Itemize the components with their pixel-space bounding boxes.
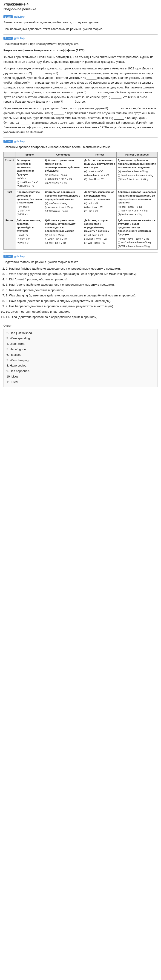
future-perf-title: Действие, которое завершится к определён… [84,219,115,233]
cell-present-perfect: Действие в прошлом с видимым результатом… [83,158,117,189]
future-perfcont-title: Действие, которое начнётся в будущем и б… [118,219,156,236]
tense-table: Simple Continuous Perfect Perfect Contin… [3,152,158,250]
step-2-description: Прочитаем текст и при необходимости пере… [3,42,158,46]
present-perfcont-plus: (+) have/has + been + V-ing [118,170,156,173]
page-container: Упражнение 4 Подробное решение 1 шаг gdz… [0,0,161,392]
step-1-badge: 1 шаг [3,15,13,18]
paragraph-2: История повествует о четырёх друзьях, ко… [3,66,158,104]
list-item: 5. Hadn't gone (действие завершилось к о… [6,282,158,287]
list-item: 7. Was changing (длительное действие, пр… [6,293,158,298]
past-perf-plus: (+) had + V3 [84,202,115,205]
list-item: 6. Realised (простое действие в прошлом)… [6,288,158,293]
list-item: 8. Have copied (действие в прошлом с вид… [6,299,158,303]
cell-past-label: Past [4,189,15,218]
cell-future-perfect: Действие, которое завершится к определён… [83,218,117,250]
step-2: 2 шаг gdz.top Прочитаем текст и при необ… [3,37,158,135]
list-item: 4. Didn't want (простое действие в прошл… [6,277,158,282]
list-item: 9. Has happened (действие в прошлом с ви… [6,304,158,309]
present-cont-minus: (-) am/is/are + not + V-ing [45,177,82,180]
past-perfcont-minus: (-) had + not + been + V-ing [118,209,156,212]
final-answer-9: 10. Lives. [6,374,155,379]
col-time [4,152,15,158]
future-cont-title: Действие в развитии в будущем, которое б… [45,219,82,233]
past-perfcont-q: (?) Had + been + V-ing [118,213,156,216]
final-answer-2: 3. Were spending. [6,336,155,341]
cell-future-simple: Действие, которое, вероятно, произойдёт … [15,218,44,250]
present-simple-title: Регулярное действие в настоящем, расписа… [16,159,42,176]
step-4: 4 шаг gdz.top Подставим глаголы из рамки… [3,255,158,319]
present-cont-q: (?) Am/Is/Are + V-ing [45,181,82,185]
cell-past-perfect: Действие, завершённое к определённому мо… [83,189,117,218]
step-3-badge: 3 шаг [3,140,13,143]
watermark-2: gdz.top [14,37,25,40]
step-1-task: Нам необходимо дополнить текст глаголами… [3,27,158,32]
future-cont-minus: (-) won't + be + V-ing [45,237,82,241]
section-subtitle: Подробное решение [3,7,158,11]
step-3: 3 шаг gdz.top Вспомним правило построени… [3,140,158,250]
present-simple-minus: (-) don't/doesn't + V [16,181,42,184]
cell-present-label: Present [4,158,15,189]
present-perf-title: Действие в прошлом с видимым результатом… [84,159,115,169]
cell-past-perfect-continuous: Действие, которое началось в прошлом и п… [117,189,158,218]
final-answer-7: 8. Have copied. [6,363,155,368]
past-cont-q: (?) Was/Were + V-ing [45,209,82,213]
present-perf-minus: (-) have/has + not + V3 [84,173,115,177]
future-cont-q: (?) Will + be + V-ing [45,241,82,245]
cell-future-perfect-continuous: Действие, которое начнётся в будущем и б… [117,218,158,250]
past-perfcont-plus: (+) had + been + V-ing [118,205,156,209]
present-cont-plus: (+) am/is/are + V-ing [45,173,82,177]
past-perf-q: (?) Had + V3 [84,209,115,213]
list-item: 3. Were spending (длительное действие, п… [6,272,158,276]
future-simple-plus: (+) will + V [16,234,42,237]
future-perf-q: (?) Will + have + V3 [84,241,115,245]
past-simple-title: Простое, короткое действие в прошлом, бе… [16,190,42,205]
answer-box: 2. Had just finished. 3. Were spending. … [3,329,158,387]
final-answer-4: 5. Hadn't gone. [6,347,155,352]
present-perfcont-q: (?) Have/Has + been + V-ing [118,178,156,181]
cell-present-perfect-continuous: Длительное действие в прошлом (незавершё… [117,158,158,189]
past-simple-minus: (-) didn't + V [16,209,42,212]
future-perfcont-plus: (+) will + have + been + V-ing [118,237,156,240]
col-perfect-continuous: Perfect Continuous [117,152,158,158]
list-item: 10. Lives (постоянное действие в настоящ… [6,310,158,314]
exercise-title: Упражнение 4 [3,2,158,6]
step-4-description: Подставим глаголы из рамки в нужной форм… [3,260,158,264]
table-row-future: Future Действие, которое, вероятно, прои… [4,218,158,250]
final-answer-3: 4. Didn't want. [6,342,155,346]
table-row-present: Present Регулярное действие в настоящем,… [4,158,158,189]
final-answer-1: 2. Had just finished. [6,331,155,336]
future-simple-minus: (-) won't + V [16,237,42,241]
past-simple-q: (?) Did + V [16,213,42,216]
step-4-badge: 4 шаг [3,255,13,258]
past-perf-title: Действие, завершённое к определённому мо… [84,190,115,201]
col-perfect: Perfect [83,152,117,158]
step-2-badge: 2 шаг [3,37,13,40]
cell-future-continuous: Действие в развитии в будущем, которое б… [44,218,83,250]
final-answer-8: 9. Has happened. [6,369,155,374]
watermark-1: gdz.top [14,15,25,18]
cell-present-continuous: Действие в развитии в момент речи, запла… [44,158,83,189]
other-section: Ответ 2. Had just finished. 3. Were spen… [3,324,158,387]
answer-list: 2. Had just finished (действие завершило… [6,266,158,319]
future-perfcont-q: (?) Will + have + been + V-ing [118,245,156,248]
col-simple: Simple [15,152,44,158]
cell-past-continuous: Длительное действие в прошлом, происходи… [44,189,83,218]
present-simple-plus: (+) V/V-s [16,177,42,180]
present-perf-plus: (+) have/has + V3 [84,170,115,173]
past-simple-plus: (+) V-ed/V2 [16,205,42,209]
other-label: Ответ [3,324,158,327]
cell-present-simple: Регулярное действие в настоящем, расписа… [15,158,44,189]
final-answer-6: 7. Was changing. [6,358,155,363]
step-1: 1 шаг gdz.top Внимательно прочитайте зад… [3,15,158,32]
past-cont-plus: (+) was/were + V-ing [45,202,82,205]
future-simple-q: (?) Will + V [16,241,42,245]
present-perfcont-title: Длительное действие в прошлом (незавершё… [118,159,156,169]
review-title: Рецензия на фильм Американского графффит… [3,48,158,53]
final-answer-5: 6. Realised. [6,353,155,357]
past-perfcont-title: Действие, которое началось в прошлом и п… [118,190,156,205]
watermark-4: gdz.top [14,255,25,258]
future-perf-plus: (+) will have + V3 [84,234,115,237]
final-answer-10: 11. Died. [6,380,155,385]
paragraph-1: Фильмы про окончание школы очень популяр… [3,55,158,64]
table-row-past: Past Простое, короткое действие в прошло… [4,189,158,218]
